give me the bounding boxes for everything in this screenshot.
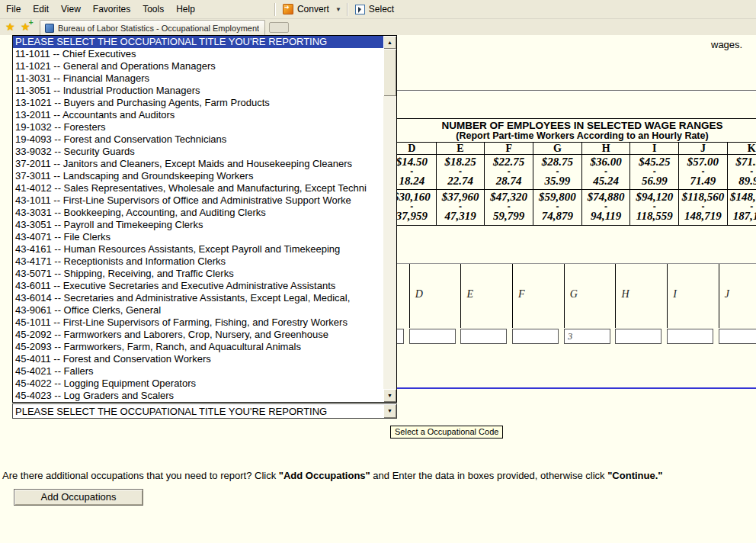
select-button[interactable]: Select [351,2,398,16]
wage-col-header: J [679,143,728,154]
entry-input[interactable] [409,329,456,344]
hourly-high-value: 35.99 [533,175,581,187]
hourly-high-value: 22.74 [437,175,485,187]
wage-table-hourly-row: $14.50-18.24 $18.25-22.74 $22.75-28.74 $… [388,155,756,190]
menu-item-help[interactable]: Help [170,1,201,18]
annual-high-value: 187,199 [728,210,756,222]
dropdown-option[interactable]: 11-1021 -- General and Operations Manage… [13,60,383,72]
entry-input[interactable] [719,329,756,344]
entry-col-label: G [570,288,578,300]
dropdown-option[interactable]: 37-2011 -- Janitors and Cleaners, Except… [13,158,383,170]
menu-item-edit[interactable]: Edit [27,1,55,18]
dropdown-option[interactable]: 45-4011 -- Forest and Conservation Worke… [13,353,383,365]
dropdown-options: PLEASE SELECT THE OCCUPATIONAL TITLE YOU… [13,36,383,402]
dropdown-option[interactable]: 19-4093 -- Forest and Conservation Techn… [13,133,383,146]
scrollbar-down-button[interactable]: ▼ [383,389,396,402]
hourly-high-value: 45.24 [582,175,630,187]
occupation-dropdown-list: PLEASE SELECT THE OCCUPATIONAL TITLE YOU… [12,35,397,403]
wage-col-header: K [728,143,756,154]
dropdown-option[interactable]: 43-3051 -- Payroll and Timekeeping Clerk… [13,219,383,231]
convert-button[interactable]: Convert [279,2,333,16]
hourly-high-value: 28.74 [485,175,533,187]
occupation-select[interactable]: PLEASE SELECT THE OCCUPATIONAL TITLE YOU… [12,403,397,419]
dropdown-option[interactable]: 45-4023 -- Log Graders and Scalers [13,390,383,402]
entry-col-label: H [621,288,629,300]
annual-high-value: 148,719 [679,210,727,222]
dropdown-option[interactable]: 43-4161 -- Human Resources Assistants, E… [13,243,383,255]
entry-cell: F [512,264,564,328]
entry-input[interactable] [460,329,507,344]
dropdown-option[interactable]: 19-1032 -- Foresters [13,121,383,133]
entry-input[interactable] [512,329,559,344]
select-label: Select [369,4,394,14]
annual-high-value: 74,879 [533,210,581,222]
scrollbar-thumb[interactable] [383,49,396,96]
entry-cell: E [460,264,512,328]
wage-table-subtitle: (Report Part-time Workers According to a… [388,131,756,141]
add-favorite-star-icon[interactable]: ★+ [21,21,30,33]
tab-favicon-icon [45,24,54,33]
entry-cell: I [667,264,719,328]
wage-table-title: NUMBER OF EMPLOYEES IN SELECTED WAGE RAN… [388,120,756,131]
wage-table-header: NUMBER OF EMPLOYEES IN SELECTED WAGE RAN… [388,119,756,143]
dropdown-option[interactable]: 43-4171 -- Receptionists and Information… [13,255,383,268]
dropdown-option[interactable]: 43-1011 -- First-Line Supervisors of Off… [13,194,383,207]
entry-table-inputs [357,329,756,344]
page-content: wages. NUMBER OF EMPLOYEES IN SELECTED W… [0,35,756,543]
dropdown-option[interactable]: 41-4012 -- Sales Representatives, Wholes… [13,182,383,194]
entry-cell: J [719,264,756,328]
menu-item-file[interactable]: File [0,1,27,18]
dropdown-option[interactable]: 11-3051 -- Industrial Production Manager… [13,85,383,97]
dropdown-option[interactable]: 11-3031 -- Financial Managers [13,72,383,85]
dropdown-option[interactable]: 43-6011 -- Executive Secretaries and Exe… [13,280,383,292]
entry-input[interactable] [615,329,662,344]
select-arrow-button[interactable]: ▼ [383,404,396,418]
scrollbar-up-button[interactable]: ▲ [383,36,396,49]
tab-bar: ★ ★+ Bureau of Labor Statistics - Occupa… [0,19,756,35]
dropdown-option[interactable]: 45-4021 -- Fallers [13,365,383,378]
favorites-star-icon[interactable]: ★ [5,21,15,33]
annual-high-value: 59,799 [485,210,533,222]
dropdown-option[interactable]: 43-9061 -- Office Clerks, General [13,304,383,316]
page-tab[interactable]: Bureau of Labor Statistics - Occupationa… [40,20,265,35]
entry-col-label: I [673,288,677,300]
menu-item-view[interactable]: View [55,1,87,18]
dropdown-option[interactable]: 45-1011 -- First-Line Supervisors of Far… [13,316,383,329]
blue-divider-line [357,387,756,389]
entry-col-label: F [518,288,525,300]
wages-text-fragment: wages. [711,39,742,50]
dropdown-option[interactable]: 37-3011 -- Landscaping and Groundskeepin… [13,170,383,182]
dropdown-option[interactable]: 13-2011 -- Accountants and Auditors [13,109,383,121]
convert-icon [283,4,293,14]
menu-item-favorites[interactable]: Favorites [87,1,136,18]
dropdown-scrollbar[interactable]: ▲ ▼ [383,36,396,402]
footer-text-part: Are there additional occupations that yo… [2,470,279,481]
new-tab-button[interactable] [269,22,289,33]
dropdown-option[interactable]: 11-1011 -- Chief Executives [13,48,383,60]
wage-col-header: F [485,143,533,154]
annual-high-value: 47,319 [437,210,485,222]
wage-col-header: G [533,143,582,154]
dropdown-option[interactable]: 45-4022 -- Logging Equipment Operators [13,378,383,390]
dropdown-option[interactable]: 45-2093 -- Farmworkers, Farm, Ranch, and… [13,341,383,353]
entry-input[interactable] [667,329,713,344]
divider-line [357,90,756,92]
dropdown-option[interactable]: 43-4071 -- File Clerks [13,231,383,243]
dropdown-option[interactable]: 43-6014 -- Secretaries and Administrativ… [13,292,383,304]
wage-col-header: H [582,143,631,154]
wage-table-column-headers: D E F G H I J K [388,143,756,155]
dropdown-option-selected[interactable]: PLEASE SELECT THE OCCUPATIONAL TITLE YOU… [13,36,383,48]
entry-input[interactable] [564,329,610,344]
hourly-high-value: 71.49 [679,175,727,187]
entry-col-label: D [415,288,423,300]
dropdown-option[interactable]: 43-3031 -- Bookkeeping, Accounting, and … [13,207,383,219]
convert-dropdown-arrow-icon[interactable]: ▼ [333,6,344,13]
dropdown-option[interactable]: 45-2092 -- Farmworkers and Laborers, Cro… [13,329,383,341]
entry-col-label: E [466,288,473,300]
dropdown-option[interactable]: 13-1021 -- Buyers and Purchasing Agents,… [13,97,383,109]
dropdown-option[interactable]: 43-5071 -- Shipping, Receiving, and Traf… [13,268,383,280]
dropdown-option[interactable]: 33-9032 -- Security Guards [13,146,383,158]
occupation-tooltip: Select a Occupational Code [390,426,503,439]
add-occupations-button[interactable]: Add Occupations [14,489,143,506]
menu-item-tools[interactable]: Tools [136,1,170,18]
